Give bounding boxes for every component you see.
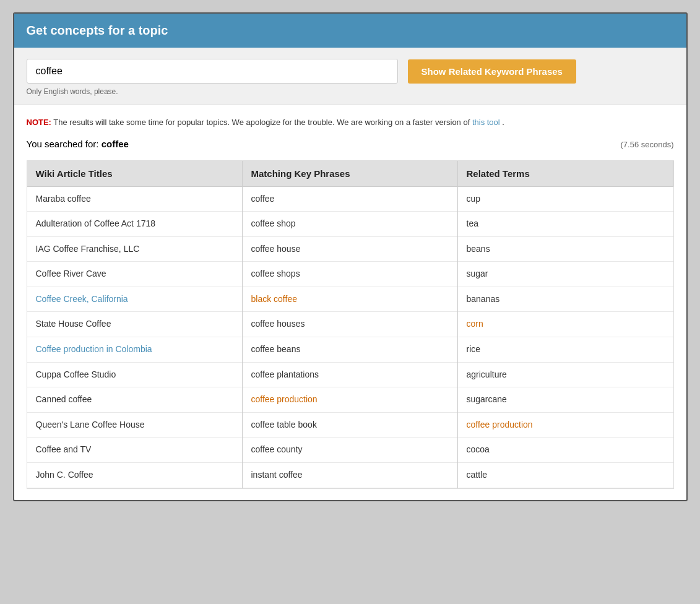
phrase-item[interactable]: black coffee bbox=[243, 287, 457, 313]
phrase-item[interactable]: instant coffee bbox=[243, 463, 457, 488]
wiki-item[interactable]: Coffee production in Colombia bbox=[27, 337, 242, 363]
note-link[interactable]: this tool bbox=[472, 118, 500, 127]
phrase-item[interactable]: coffee shop bbox=[243, 212, 457, 237]
phrase-item[interactable]: coffee beans bbox=[243, 337, 457, 363]
phrase-item[interactable]: coffee table book bbox=[243, 413, 457, 438]
related-item[interactable]: agriculture bbox=[458, 363, 673, 388]
phrase-item[interactable]: coffee production bbox=[243, 387, 457, 413]
hint-text: Only English words, please. bbox=[27, 87, 674, 96]
phrase-item[interactable]: coffee houses bbox=[243, 312, 457, 337]
note-end: . bbox=[502, 118, 504, 127]
wiki-item[interactable]: John C. Coffee bbox=[27, 463, 242, 488]
search-area: Show Related Keyword Phrases Only Englis… bbox=[14, 48, 686, 105]
phrase-item[interactable]: coffee plantations bbox=[243, 363, 457, 388]
search-summary-left: You searched for: coffee bbox=[27, 139, 129, 149]
content-area: NOTE: The results will take some time fo… bbox=[14, 105, 686, 500]
note-text: The results will take some time for popu… bbox=[53, 118, 472, 127]
related-item[interactable]: beans bbox=[458, 237, 673, 262]
phrase-item[interactable]: coffee shops bbox=[243, 262, 457, 287]
related-item[interactable]: cocoa bbox=[458, 438, 673, 463]
wiki-item[interactable]: State House Coffee bbox=[27, 312, 242, 337]
main-container: Get concepts for a topic Show Related Ke… bbox=[13, 12, 688, 501]
page-title: Get concepts for a topic bbox=[27, 24, 674, 38]
phrase-item[interactable]: coffee bbox=[243, 187, 457, 212]
time-info: (7.56 seconds) bbox=[621, 140, 674, 149]
wiki-item[interactable]: Coffee and TV bbox=[27, 438, 242, 463]
search-summary: You searched for: coffee (7.56 seconds) bbox=[27, 139, 674, 149]
related-item[interactable]: cup bbox=[458, 187, 673, 212]
wiki-item[interactable]: Coffee River Cave bbox=[27, 262, 242, 287]
search-input[interactable] bbox=[27, 59, 398, 84]
note-label: NOTE: bbox=[27, 118, 51, 127]
wiki-item[interactable]: Cuppa Coffee Studio bbox=[27, 363, 242, 388]
wiki-item[interactable]: Maraba coffee bbox=[27, 187, 242, 212]
search-row: Show Related Keyword Phrases bbox=[27, 59, 674, 84]
col2-header: Matching Key Phrases bbox=[243, 161, 458, 187]
phrase-item[interactable]: coffee county bbox=[243, 438, 457, 463]
col3-body: cup tea beans sugar bananas corn rice ag… bbox=[458, 187, 673, 488]
wiki-item[interactable]: Coffee Creek, California bbox=[27, 287, 242, 313]
related-item[interactable]: cattle bbox=[458, 463, 673, 488]
col1-header: Wiki Article Titles bbox=[27, 161, 243, 187]
wiki-item[interactable]: Queen's Lane Coffee House bbox=[27, 413, 242, 438]
show-keyword-button[interactable]: Show Related Keyword Phrases bbox=[408, 59, 576, 84]
related-item[interactable]: coffee production bbox=[458, 413, 673, 438]
page-header: Get concepts for a topic bbox=[14, 14, 686, 48]
related-item[interactable]: bananas bbox=[458, 287, 673, 313]
summary-prefix: You searched for: bbox=[27, 139, 102, 149]
col3-header: Related Terms bbox=[458, 161, 673, 187]
related-item[interactable]: sugar bbox=[458, 262, 673, 287]
related-item[interactable]: sugarcane bbox=[458, 387, 673, 413]
wiki-item[interactable]: IAG Coffee Franchise, LLC bbox=[27, 237, 242, 262]
col2-body: coffee coffee shop coffee house coffee s… bbox=[243, 187, 458, 488]
wiki-item[interactable]: Adulteration of Coffee Act 1718 bbox=[27, 212, 242, 237]
related-item[interactable]: corn bbox=[458, 312, 673, 337]
results-grid: Wiki Article Titles Matching Key Phrases… bbox=[27, 160, 674, 489]
related-item[interactable]: rice bbox=[458, 337, 673, 363]
related-item[interactable]: tea bbox=[458, 212, 673, 237]
note-bar: NOTE: The results will take some time fo… bbox=[27, 116, 674, 129]
phrase-item[interactable]: coffee house bbox=[243, 237, 457, 262]
col1-body: Maraba coffee Adulteration of Coffee Act… bbox=[27, 187, 243, 488]
wiki-item[interactable]: Canned coffee bbox=[27, 387, 242, 413]
summary-term: coffee bbox=[102, 139, 129, 149]
